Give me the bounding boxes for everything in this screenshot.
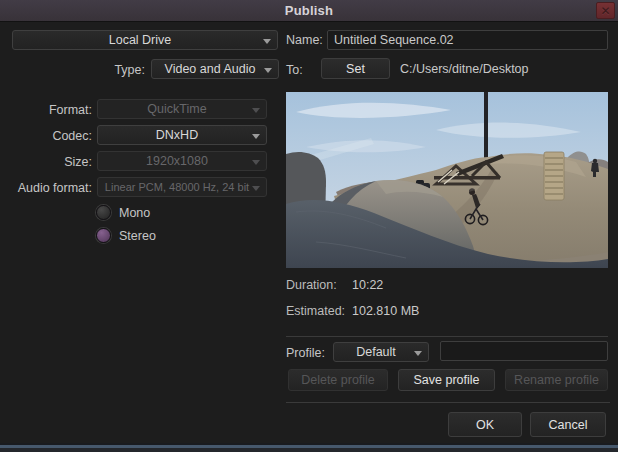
mono-label: Mono (119, 206, 150, 220)
codec-value: DNxHD (98, 128, 266, 142)
close-icon[interactable]: ✕ (596, 2, 615, 19)
to-label: To: (286, 63, 303, 77)
profile-section-divider (286, 336, 608, 337)
name-input[interactable] (327, 30, 608, 50)
set-button[interactable]: Set (321, 58, 390, 79)
chevron-down-icon (252, 108, 260, 113)
size-value: 1920x1080 (98, 154, 266, 168)
ok-button[interactable]: OK (448, 412, 522, 437)
rename-profile-button: Rename profile (505, 369, 608, 391)
save-profile-button[interactable]: Save profile (398, 369, 495, 391)
actions-divider (286, 402, 610, 403)
format-value: QuickTime (98, 102, 266, 116)
radio-stereo[interactable]: Stereo (96, 228, 156, 243)
audio-format-dropdown: Linear PCM, 48000 Hz, 24 bit (97, 177, 267, 197)
radio-button-icon (96, 205, 111, 220)
delete-profile-button: Delete profile (288, 369, 388, 391)
cancel-button[interactable]: Cancel (530, 412, 606, 437)
chevron-down-icon (414, 351, 422, 356)
format-dropdown: QuickTime (97, 99, 267, 119)
radio-mono[interactable]: Mono (96, 205, 150, 220)
estimated-label: Estimated: (286, 304, 345, 318)
format-label: Format: (10, 103, 92, 117)
video-preview (286, 92, 608, 268)
stereo-label: Stereo (119, 229, 156, 243)
background-window-surface (0, 448, 618, 452)
audio-format-value: Linear PCM, 48000 Hz, 24 bit (98, 181, 266, 193)
title-bar[interactable]: Publish ✕ (0, 0, 618, 22)
codec-dropdown[interactable]: DNxHD (97, 125, 267, 145)
dialog-title: Publish (285, 3, 333, 18)
duration-value: 10:22 (352, 278, 383, 292)
publish-dialog: Publish ✕ Local Drive Name: Type: Video … (0, 0, 618, 452)
type-label: Type: (75, 63, 145, 77)
size-dropdown: 1920x1080 (97, 151, 267, 171)
chevron-down-icon (252, 134, 260, 139)
name-label: Name: (286, 33, 323, 47)
chevron-down-icon (263, 39, 271, 44)
duration-label: Duration: (286, 278, 337, 292)
radio-button-icon (96, 228, 111, 243)
destination-path: C:/Users/ditne/Desktop (400, 62, 529, 76)
size-label: Size: (10, 155, 92, 169)
chevron-down-icon (252, 160, 260, 165)
estimated-value: 102.810 MB (352, 304, 419, 318)
background-window-edge (0, 443, 618, 452)
type-dropdown[interactable]: Video and Audio (151, 59, 279, 79)
codec-label: Codec: (10, 129, 92, 143)
profile-label: Profile: (286, 346, 325, 360)
chevron-down-icon (252, 186, 260, 191)
type-value: Video and Audio (152, 62, 278, 76)
destination-value: Local Drive (13, 33, 277, 47)
audio-format-label: Audio format: (0, 181, 92, 195)
profile-dropdown[interactable]: Default (333, 342, 429, 362)
chevron-down-icon (264, 68, 272, 73)
preview-image (286, 92, 608, 268)
profile-name-input[interactable] (440, 341, 608, 361)
destination-dropdown[interactable]: Local Drive (12, 30, 278, 50)
